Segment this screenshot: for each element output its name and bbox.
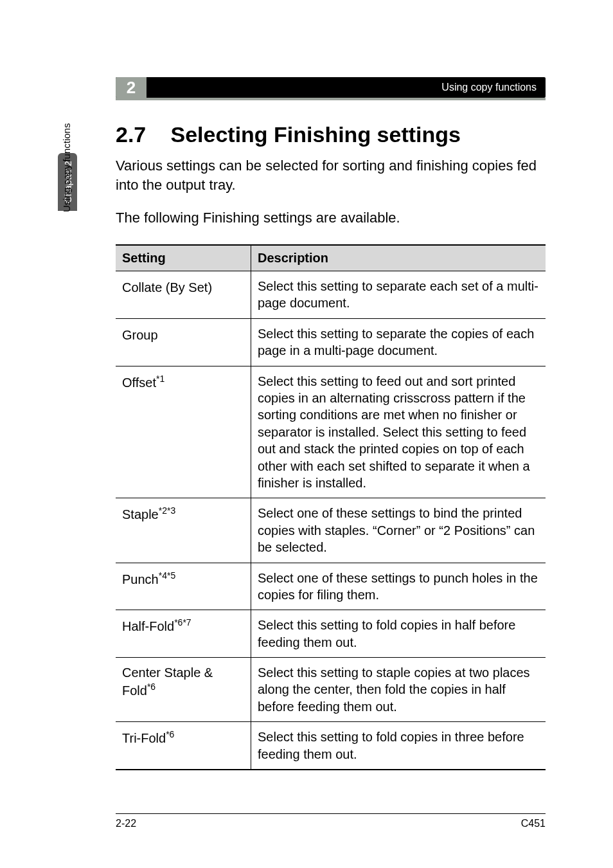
table-row: Half-Fold*6*7 Select this setting to fol… — [116, 610, 546, 658]
cell-setting: Punch*4*5 — [116, 563, 251, 610]
setting-sup: *6 — [166, 729, 174, 739]
cell-description: Select one of these settings to bind the… — [251, 498, 546, 563]
setting-sup: *4*5 — [159, 570, 175, 581]
table-row: Group Select this setting to separate th… — [116, 318, 546, 366]
cell-description: Select this setting to separate each set… — [251, 271, 546, 319]
cell-description: Select this setting to feed out and sort… — [251, 366, 546, 498]
setting-name: Center Staple & Fold — [122, 665, 213, 698]
setting-name: Half-Fold — [122, 619, 174, 633]
table-row: Staple*2*3 Select one of these settings … — [116, 498, 546, 563]
cell-description: Select one of these settings to punch ho… — [251, 563, 546, 610]
table-row: Tri-Fold*6 Select this setting to fold c… — [116, 722, 546, 770]
table-row: Offset*1 Select this setting to feed out… — [116, 366, 546, 498]
cell-setting: Collate (By Set) — [116, 271, 251, 319]
header-underline — [116, 98, 546, 100]
setting-name: Offset — [122, 375, 156, 389]
intro-p1: Various settings can be selected for sor… — [116, 156, 546, 194]
cell-description: Select this setting to separate the copi… — [251, 318, 546, 366]
cell-setting: Center Staple & Fold*6 — [116, 658, 251, 722]
settings-table: Setting Description Collate (By Set) Sel… — [116, 244, 546, 770]
running-title: Using copy functions — [441, 82, 546, 93]
side-tab: Chapter 2 Using copy functions — [58, 153, 77, 372]
table-row: Center Staple & Fold*6 Select this setti… — [116, 658, 546, 722]
cell-setting: Offset*1 — [116, 366, 251, 498]
table-row: Collate (By Set) Select this setting to … — [116, 271, 546, 319]
cell-setting: Staple*2*3 — [116, 498, 251, 563]
footer-page-ref: 2-22 — [116, 818, 136, 829]
chapter-number-badge: 2 — [116, 77, 147, 98]
setting-sup: *6*7 — [174, 617, 191, 628]
section-heading: 2.7 Selecting Finishing settings — [116, 122, 546, 147]
table-header-row: Setting Description — [116, 245, 546, 271]
table-row: Punch*4*5 Select one of these settings t… — [116, 563, 546, 610]
section-title: Selecting Finishing settings — [170, 122, 461, 147]
th-description: Description — [251, 245, 546, 271]
cell-description: Select this setting to fold copies in ha… — [251, 610, 546, 658]
th-setting: Setting — [116, 245, 251, 271]
section-number: 2.7 — [116, 122, 164, 147]
footer-model: C451 — [521, 818, 546, 829]
cell-description: Select this setting to fold copies in th… — [251, 722, 546, 770]
cell-setting: Tri-Fold*6 — [116, 722, 251, 770]
page-container: Chapter 2 Using copy functions 2 Using c… — [0, 0, 613, 868]
setting-name: Collate (By Set) — [122, 280, 212, 294]
setting-sup: *1 — [156, 374, 164, 384]
cell-setting: Group — [116, 318, 251, 366]
setting-name: Group — [122, 328, 158, 342]
cell-description: Select this setting to staple copies at … — [251, 658, 546, 722]
intro-p2: The following Finishing settings are ava… — [116, 208, 546, 228]
header-bar: 2 Using copy functions — [116, 77, 546, 98]
setting-name: Staple — [122, 507, 159, 521]
setting-sup: *2*3 — [159, 505, 175, 516]
setting-name: Punch — [122, 572, 159, 586]
cell-setting: Half-Fold*6*7 — [116, 610, 251, 658]
section-tab-label: Using copy functions — [61, 123, 72, 212]
page-footer: 2-22 C451 — [116, 813, 546, 829]
setting-sup: *6 — [147, 682, 155, 692]
setting-name: Tri-Fold — [122, 731, 166, 745]
